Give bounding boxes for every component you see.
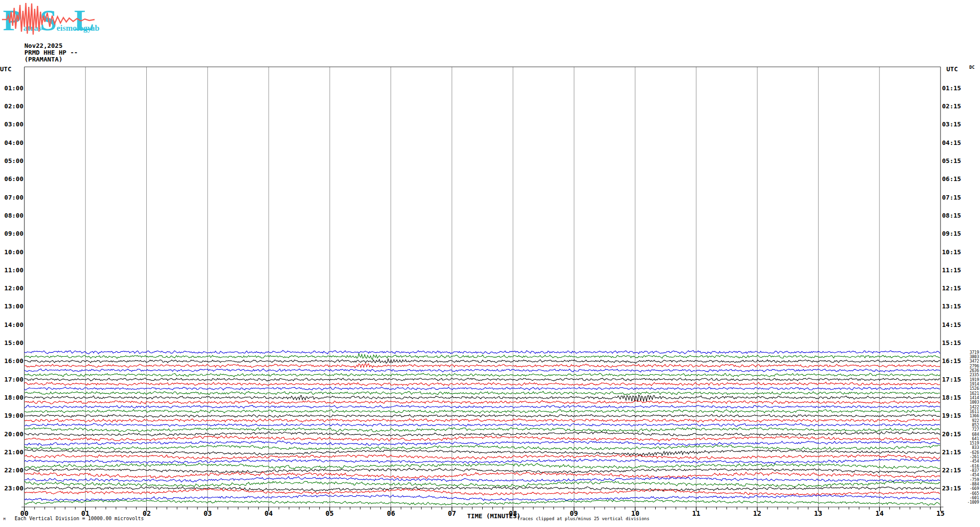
trace-17:15 bbox=[24, 382, 940, 386]
trace-19:30 bbox=[24, 424, 940, 427]
dc-value: 684 bbox=[964, 432, 979, 437]
dc-value: 2335 bbox=[964, 373, 979, 377]
trace-18:15 bbox=[24, 400, 940, 404]
trace-19:00 bbox=[24, 414, 940, 417]
right-time-label: 15:15 bbox=[942, 339, 971, 347]
right-time-label: 13:15 bbox=[942, 303, 971, 310]
left-time-label: 14:00 bbox=[0, 321, 24, 329]
dc-value: 3719 bbox=[964, 350, 979, 355]
dc-value: -884 bbox=[964, 482, 979, 486]
dc-value: -601 bbox=[964, 496, 979, 500]
trace-16:15 bbox=[24, 364, 940, 368]
right-time-label: 09:15 bbox=[942, 230, 971, 238]
trace-18:45 bbox=[24, 409, 940, 413]
dc-value: -626 bbox=[964, 450, 979, 455]
trace-23:30 bbox=[24, 495, 940, 501]
right-time-label: 14:15 bbox=[942, 321, 971, 329]
helicorder-page: P atras S eismology L ab Nov22,2025 PRMD… bbox=[0, 0, 980, 527]
left-time-label: 19:00 bbox=[0, 412, 24, 420]
left-time-label: 04:00 bbox=[0, 139, 24, 147]
right-time-label: 05:15 bbox=[942, 157, 971, 165]
right-time-label: 07:15 bbox=[942, 194, 971, 202]
dc-value: -454 bbox=[964, 459, 979, 464]
helicorder-plot bbox=[0, 0, 980, 527]
right-time-label: 03:15 bbox=[942, 121, 971, 128]
x-axis-title: TIME (MINUTES) bbox=[467, 512, 521, 520]
left-time-label: 21:00 bbox=[0, 448, 24, 456]
dc-value: 1519 bbox=[964, 441, 979, 446]
trace-20:30 bbox=[24, 441, 940, 446]
x-tick-label: 05 bbox=[321, 509, 338, 517]
trace-20:15 bbox=[24, 436, 940, 442]
trace-16:45 bbox=[24, 373, 940, 377]
trace-22:30 bbox=[24, 477, 940, 483]
dc-value: 1621 bbox=[964, 391, 979, 396]
dc-value: 727 bbox=[964, 427, 979, 432]
dc-value: -669 bbox=[964, 486, 979, 491]
trace-23:45 bbox=[24, 500, 940, 506]
trace-15:30 bbox=[24, 350, 940, 354]
clip-note: Traces clipped at plus/minus 25 vertical… bbox=[517, 516, 649, 521]
left-time-label: 10:00 bbox=[0, 248, 24, 256]
left-time-label: 01:00 bbox=[0, 84, 24, 92]
trace-17:30 bbox=[24, 387, 940, 390]
trace-21:30 bbox=[24, 459, 940, 464]
left-time-label: 05:00 bbox=[0, 157, 24, 165]
trace-22:45 bbox=[24, 481, 940, 487]
dc-value: -759 bbox=[964, 478, 979, 482]
x-tick-label: 14 bbox=[871, 509, 888, 517]
left-time-label: 06:00 bbox=[0, 175, 24, 183]
scale-note: Each Vertical Division = 10000.00 microv… bbox=[15, 516, 144, 521]
left-time-label: 02:00 bbox=[0, 102, 24, 110]
x-tick-label: 12 bbox=[749, 509, 765, 517]
dc-value: -616 bbox=[964, 464, 979, 468]
x-tick-label: 11 bbox=[688, 509, 705, 517]
right-time-label: 10:15 bbox=[942, 248, 971, 256]
trace-18:30 bbox=[24, 405, 940, 408]
dc-value: 3803 bbox=[964, 355, 979, 359]
right-time-label: 08:15 bbox=[942, 212, 971, 220]
trace-17:45 bbox=[24, 391, 940, 395]
right-time-label: 06:15 bbox=[942, 175, 971, 183]
x-tick-label: 04 bbox=[260, 509, 277, 517]
left-time-label: 09:00 bbox=[0, 230, 24, 238]
dc-value: 1422 bbox=[964, 405, 979, 409]
left-time-label: 22:00 bbox=[0, 466, 24, 474]
dc-value: 1919 bbox=[964, 378, 979, 382]
right-time-label: 12:15 bbox=[942, 284, 971, 292]
dc-value: -261 bbox=[964, 455, 979, 459]
dc-value: 1611 bbox=[964, 409, 979, 414]
dc-value: 641 bbox=[964, 437, 979, 441]
left-time-label: 03:00 bbox=[0, 121, 24, 128]
trace-20:00 bbox=[24, 431, 940, 436]
trace-16:00 bbox=[24, 359, 940, 363]
trace-19:45 bbox=[24, 427, 940, 432]
dc-value: -1009 bbox=[964, 500, 979, 505]
left-time-label: 23:00 bbox=[0, 485, 24, 492]
trace-19:15 bbox=[24, 419, 940, 422]
right-time-label: 02:15 bbox=[942, 102, 971, 110]
dc-value: 922 bbox=[964, 419, 979, 423]
left-time-label: 15:00 bbox=[0, 339, 24, 347]
left-time-label: 11:00 bbox=[0, 266, 24, 274]
trace-21:15 bbox=[24, 455, 940, 460]
left-time-label: 17:00 bbox=[0, 376, 24, 384]
trace-15:45 bbox=[24, 354, 940, 360]
left-time-label: 08:00 bbox=[0, 212, 24, 220]
left-time-label: 18:00 bbox=[0, 394, 24, 402]
watermark: M bbox=[3, 517, 5, 521]
dc-value: 2636 bbox=[964, 368, 979, 373]
trace-17:00 bbox=[24, 378, 940, 381]
dc-value: 1914 bbox=[964, 382, 979, 386]
left-time-label: 12:00 bbox=[0, 284, 24, 292]
dc-value: -837 bbox=[964, 468, 979, 473]
x-tick-label: 03 bbox=[199, 509, 216, 517]
left-time-label: 20:00 bbox=[0, 430, 24, 438]
trace-22:00 bbox=[24, 468, 940, 473]
left-time-label: 07:00 bbox=[0, 194, 24, 202]
right-time-label: 11:15 bbox=[942, 266, 971, 274]
trace-20:45 bbox=[24, 445, 940, 450]
x-tick-label: 06 bbox=[383, 509, 399, 517]
left-time-label: 13:00 bbox=[0, 303, 24, 310]
dc-value: -454 bbox=[964, 473, 979, 477]
